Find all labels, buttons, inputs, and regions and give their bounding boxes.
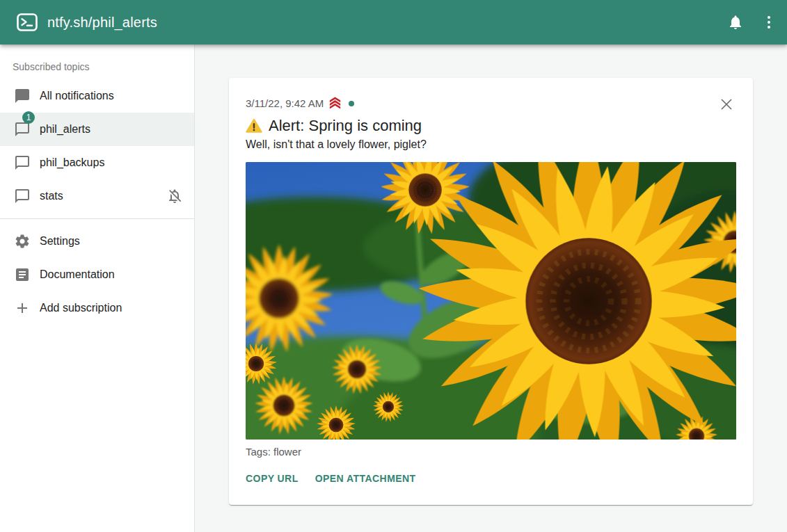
article-icon: [14, 266, 31, 283]
notification-timestamp: 3/11/22, 9:42 AM: [246, 97, 324, 109]
sidebar-item-all-notifications[interactable]: All notifications: [0, 79, 194, 113]
close-notification-button[interactable]: [715, 93, 738, 115]
chat-bubble-filled-icon: [14, 88, 31, 104]
notification-title: Alert: Spring is coming: [246, 117, 736, 135]
sidebar-item-label: Settings: [40, 235, 80, 248]
notification-tags: Tags: flower: [246, 446, 736, 458]
notification-card: 3/11/22, 9:42 AM: [229, 78, 753, 505]
sidebar-item-phil-alerts[interactable]: 1 phil_alerts: [0, 113, 194, 146]
attachment-image-sunflower-field[interactable]: [246, 162, 736, 440]
overflow-menu-button[interactable]: [754, 7, 784, 38]
close-icon: [720, 98, 733, 111]
open-attachment-button[interactable]: OPEN ATTACHMENT: [315, 469, 416, 488]
main-content: 3/11/22, 9:42 AM: [195, 45, 787, 532]
chat-bubble-outline-icon: [14, 154, 31, 171]
sidebar-item-label: phil_alerts: [40, 123, 90, 136]
gear-icon: [14, 233, 31, 250]
notification-body: Well, isn't that a lovely flower, piglet…: [246, 138, 736, 151]
chat-bubble-outline-icon: 1: [14, 121, 31, 138]
sidebar-item-documentation[interactable]: Documentation: [0, 258, 194, 291]
sidebar-item-label: Add subscription: [40, 302, 122, 314]
notifications-muted-icon: [166, 188, 183, 204]
sidebar-item-label: All notifications: [40, 90, 114, 102]
notifications-button[interactable]: [720, 7, 751, 38]
priority-max-icon: [327, 96, 343, 111]
unread-count-badge: 1: [22, 111, 35, 124]
sidebar-item-label: stats: [40, 190, 63, 202]
warning-icon: [246, 118, 262, 134]
app-bar: ntfy.sh/phil_alerts: [0, 0, 787, 45]
copy-url-button[interactable]: COPY URL: [246, 469, 299, 488]
sidebar-divider: [0, 218, 194, 219]
subscribed-topics-label: Subscribed topics: [0, 61, 194, 79]
sidebar-item-phil-backups[interactable]: phil_backups: [0, 146, 194, 179]
page-title: ntfy.sh/phil_alerts: [47, 15, 717, 31]
unread-dot: [349, 101, 354, 106]
sidebar-item-add-subscription[interactable]: Add subscription: [0, 291, 194, 325]
ntfy-app: ntfy.sh/phil_alerts Subscribed topics: [0, 0, 787, 532]
sidebar-item-settings[interactable]: Settings: [0, 225, 194, 258]
kebab-menu-icon: [761, 14, 777, 31]
bell-icon: [727, 14, 744, 31]
sidebar-item-stats[interactable]: stats: [0, 179, 194, 213]
sidebar: Subscribed topics All notifications 1 ph…: [0, 45, 195, 532]
sidebar-item-label: phil_backups: [40, 156, 104, 169]
sidebar-item-label: Documentation: [40, 268, 115, 281]
terminal-logo-icon: [17, 13, 38, 31]
chat-bubble-outline-icon: [14, 188, 31, 204]
notification-meta-row: 3/11/22, 9:42 AM: [246, 96, 736, 111]
notification-actions: COPY URL OPEN ATTACHMENT: [246, 469, 736, 488]
plus-icon: [14, 300, 31, 316]
